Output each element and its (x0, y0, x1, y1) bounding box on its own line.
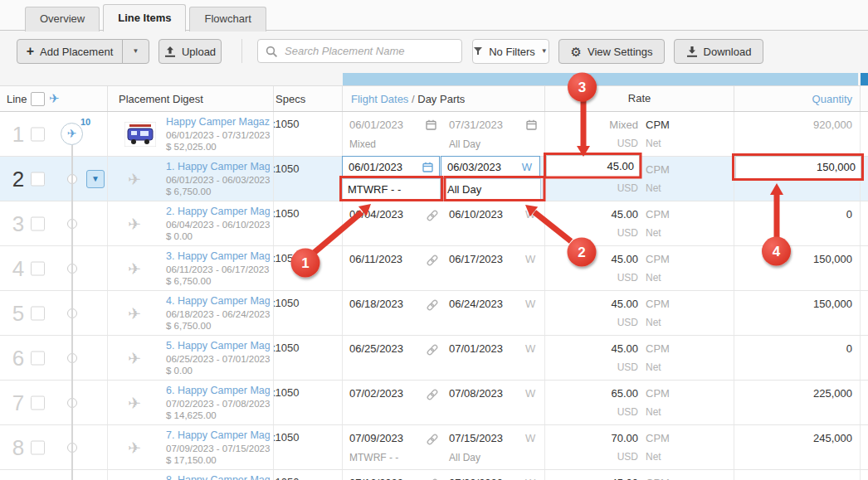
add-placement-button[interactable]: + Add Placement (17, 39, 123, 64)
flight-end-input[interactable]: 06/03/2023 W (441, 156, 540, 178)
line-number: 7 (7, 390, 30, 415)
row-checkbox[interactable] (31, 261, 45, 275)
placement-link[interactable]: 2. Happy Camper Mag... (166, 206, 270, 217)
rate-value[interactable]: 45.00 (611, 342, 638, 355)
week-toggle[interactable]: W (525, 298, 535, 310)
rate-input[interactable]: 45.00 (546, 155, 640, 177)
search-input[interactable] (285, 41, 457, 61)
row-checkbox[interactable] (31, 440, 45, 454)
placement-link[interactable]: 3. Happy Camper Mag... (166, 250, 270, 262)
timeline-node (67, 174, 77, 184)
placement-dates: 06/25/2023 - 07/01/2023 (166, 354, 270, 364)
timeline-node (67, 308, 77, 318)
calendar-icon[interactable] (526, 119, 537, 133)
week-toggle[interactable]: W (525, 432, 535, 444)
placement-link[interactable]: Happy Camper Magazine (166, 116, 270, 128)
rate-value[interactable]: 45.00 (611, 253, 638, 265)
flight-end-date[interactable]: 07/31/2023 (449, 119, 503, 131)
day-parts-input[interactable]: All Day (441, 178, 541, 201)
timeline-parent-node[interactable]: ✈ (61, 123, 83, 145)
add-placement-menu-button[interactable]: ▼ (122, 39, 149, 64)
quantity-value[interactable]: 225,000 (813, 387, 852, 400)
rate-value[interactable]: 45.00 (611, 298, 638, 310)
flight-end-date[interactable]: 07/08/2023 (449, 387, 503, 400)
link-icon (426, 343, 439, 359)
row-checkbox[interactable] (31, 127, 45, 141)
calendar-icon[interactable] (426, 119, 436, 133)
week-toggle[interactable]: W (522, 161, 532, 173)
flight-end-date[interactable]: 07/01/2023 (449, 342, 503, 355)
col-quantity-label[interactable]: Quantity (812, 93, 852, 105)
quantity-value[interactable]: 0 (846, 208, 852, 221)
row-expand-button[interactable]: ▼ (86, 170, 105, 188)
tab-line-items[interactable]: Line Items (103, 4, 186, 32)
placement-dates: 06/18/2023 - 06/24/2023 (166, 309, 270, 319)
week-toggle[interactable]: W (525, 477, 535, 480)
calendar-icon[interactable] (422, 162, 433, 175)
flight-start-input[interactable]: 06/01/2023 (342, 156, 440, 178)
flight-start-date[interactable]: 07/16/2023 (349, 477, 403, 480)
row-checkbox[interactable] (31, 351, 45, 365)
flight-end-date[interactable]: 07/15/2023 (449, 432, 503, 444)
rate-value[interactable]: 45.00 (611, 208, 638, 221)
placement-link[interactable]: 8. Happy Camper Mag... (166, 474, 270, 480)
week-toggle[interactable]: W (525, 342, 535, 355)
plane-icon: ✈ (67, 127, 77, 140)
line-items-screen: Overview Line Items Flowchart + Add Plac… (0, 0, 868, 480)
horizontal-scrollbar-handle[interactable] (861, 73, 868, 85)
week-toggle[interactable]: W (525, 387, 535, 400)
link-icon (426, 298, 439, 314)
specs-value: x1050 (274, 342, 299, 354)
row-checkbox[interactable] (31, 395, 45, 410)
col-day-parts-label[interactable]: Day Parts (417, 93, 465, 105)
placement-link[interactable]: 7. Happy Camper Mag... (166, 429, 270, 441)
rate-value[interactable]: 70.00 (611, 432, 638, 444)
rate-currency: USD (617, 406, 638, 418)
week-toggle[interactable]: W (525, 253, 535, 265)
quantity-value[interactable]: 150,000 (813, 253, 852, 265)
flight-end-date[interactable]: 06/24/2023 (449, 298, 503, 310)
flight-end-date[interactable]: 06/17/2023 (449, 253, 503, 265)
flight-start-date[interactable]: 06/04/2023 (349, 208, 403, 221)
rate-value[interactable]: 65.00 (611, 387, 638, 400)
placement-link[interactable]: 1. Happy Camper Mag... (166, 161, 270, 172)
row-checkbox[interactable] (31, 216, 45, 230)
rate-value[interactable]: 45.00 (611, 477, 638, 480)
tab-flowchart[interactable]: Flowchart (189, 7, 266, 32)
timeline-node (67, 353, 77, 363)
flight-end-date[interactable]: 07/22/2023 (449, 477, 503, 480)
line-number: 6 (7, 345, 30, 371)
tab-overview[interactable]: Overview (25, 7, 100, 32)
horizontal-scrollbar[interactable] (343, 73, 858, 85)
col-flight-dates-label[interactable]: Flight Dates (351, 93, 408, 105)
view-settings-button[interactable]: ⚙ View Settings (558, 39, 665, 64)
quantity-value[interactable]: 245,000 (813, 432, 852, 444)
plane-icon: ✈ (128, 393, 141, 412)
rate-basis: Net (646, 406, 661, 418)
flight-end-date[interactable]: 06/10/2023 (449, 208, 503, 221)
link-icon (426, 433, 439, 448)
select-all-checkbox[interactable] (31, 92, 45, 106)
upload-button[interactable]: Upload (158, 39, 222, 64)
line-number: 4 (7, 255, 30, 281)
flight-start-date[interactable]: 06/18/2023 (349, 298, 403, 310)
quantity-value[interactable]: 0 (846, 342, 852, 355)
flight-start-date[interactable]: 06/11/2023 (349, 253, 402, 265)
row-checkbox[interactable] (31, 306, 45, 320)
filters-button[interactable]: No Filters ▼ (472, 39, 549, 64)
week-toggle[interactable]: W (525, 208, 535, 221)
flight-start-date[interactable]: 07/02/2023 (349, 387, 403, 400)
placement-link[interactable]: 6. Happy Camper Mag... (166, 385, 270, 396)
row-checkbox[interactable] (31, 172, 45, 186)
plane-column-icon[interactable]: ✈ (49, 91, 60, 106)
flight-start-date[interactable]: 07/09/2023 (349, 432, 403, 444)
quantity-input[interactable]: 150,000 (735, 156, 861, 179)
flight-start-date[interactable]: 06/01/2023 (349, 119, 403, 131)
quantity-value[interactable]: 150,000 (813, 298, 852, 310)
specs-value: x1050 (274, 386, 299, 399)
placement-link[interactable]: 4. Happy Camper Mag... (166, 295, 270, 307)
placement-link[interactable]: 5. Happy Camper Mag... (166, 340, 270, 352)
flight-start-date[interactable]: 06/25/2023 (349, 342, 403, 355)
day-parts-days-input[interactable]: MTWRF - - (342, 178, 441, 201)
download-button[interactable]: Download (674, 39, 763, 64)
